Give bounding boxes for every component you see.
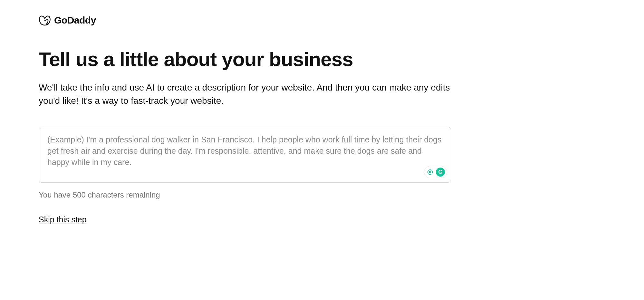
grammarly-g-icon: G <box>436 168 445 177</box>
brand-name: GoDaddy <box>54 15 96 26</box>
business-description-input[interactable] <box>39 127 451 183</box>
page-subtitle: We'll take the info and use AI to create… <box>39 81 451 107</box>
grammarly-extension-badge[interactable]: G <box>424 166 447 178</box>
page-container: GoDaddy Tell us a little about your busi… <box>0 0 644 224</box>
characters-remaining: You have 500 characters remaining <box>39 190 605 199</box>
skip-step-link[interactable]: Skip this step <box>39 215 87 224</box>
description-field-wrap: G <box>39 127 451 184</box>
godaddy-logo-icon <box>39 15 51 26</box>
brand-logo: GoDaddy <box>39 15 605 26</box>
lightbulb-icon <box>426 168 434 176</box>
page-title: Tell us a little about your business <box>39 48 605 70</box>
